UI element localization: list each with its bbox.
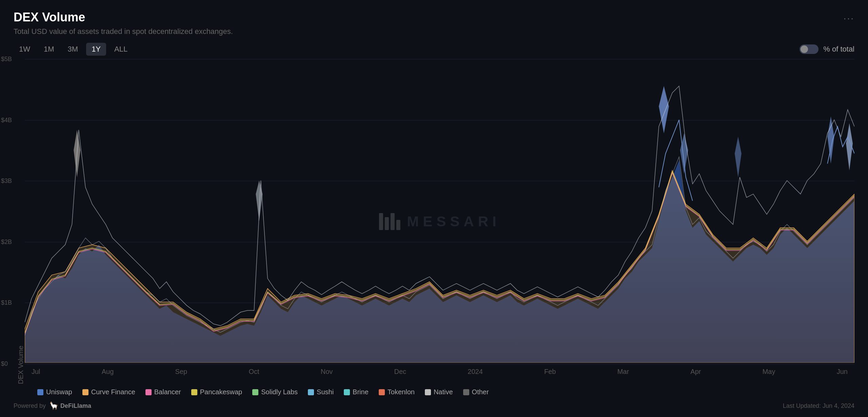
toggle-label: % of total — [823, 45, 854, 54]
y-axis-label: DEX Volume — [14, 59, 25, 384]
legend-item-uniswap: Uniswap — [37, 388, 72, 396]
legend-item-brine: Brine — [344, 388, 369, 396]
legend-color-curve — [82, 389, 88, 395]
x-label-apr: Apr — [690, 368, 701, 376]
x-label-feb: Feb — [544, 368, 556, 376]
legend-color-uniswap — [37, 389, 43, 395]
filter-all[interactable]: ALL — [109, 43, 133, 56]
percent-toggle[interactable] — [800, 44, 818, 54]
legend-item-native: Native — [425, 388, 453, 396]
chart-legend: Uniswap Curve Finance Balancer Pancakesw… — [14, 384, 854, 399]
footer: Powered by 🦙 DeFiLlama Last Updated: Jun… — [14, 399, 854, 410]
legend-label-sushi: Sushi — [317, 388, 334, 396]
legend-color-brine — [344, 389, 350, 395]
x-axis: Jul Aug Sep Oct Nov Dec 2024 Feb Mar Apr… — [25, 368, 854, 376]
defillama-name: DeFiLlama — [60, 402, 91, 410]
grid-label-0: $0 — [1, 360, 8, 367]
filter-1y[interactable]: 1Y — [86, 43, 106, 56]
legend-item-balancer: Balancer — [145, 388, 181, 396]
legend-color-solidly — [252, 389, 258, 395]
x-label-2024: 2024 — [468, 368, 483, 376]
filter-1m[interactable]: 1M — [38, 43, 60, 56]
filter-3m[interactable]: 3M — [62, 43, 84, 56]
legend-item-sushi: Sushi — [308, 388, 334, 396]
legend-color-sushi — [308, 389, 314, 395]
legend-item-solidly: Solidly Labs — [252, 388, 298, 396]
legend-color-tokenlon — [379, 389, 385, 395]
legend-label-brine: Brine — [353, 388, 369, 396]
last-updated: Last Updated: Jun 4, 2024 — [783, 402, 854, 410]
powered-by-area: Powered by 🦙 DeFiLlama — [14, 401, 91, 410]
filter-1w[interactable]: 1W — [14, 43, 36, 56]
grid-label-1b: $1B — [1, 299, 12, 306]
legend-label-tokenlon: Tokenlon — [388, 388, 415, 396]
spike-apr — [735, 137, 742, 177]
x-label-oct: Oct — [249, 368, 259, 376]
grid-line-0: $0 — [25, 364, 854, 364]
x-label-sep: Sep — [175, 368, 188, 376]
x-label-jul: Jul — [32, 368, 40, 376]
defillama-logo[interactable]: 🦙 DeFiLlama — [49, 401, 91, 410]
controls-bar: 1W 1M 3M 1Y ALL % of total — [14, 43, 854, 56]
toggle-area: % of total — [800, 44, 854, 54]
legend-color-balancer — [145, 389, 152, 395]
header: DEX Volume ··· — [14, 10, 854, 24]
legend-color-native — [425, 389, 431, 395]
x-label-dec: Dec — [394, 368, 406, 376]
powered-by-label: Powered by — [14, 402, 46, 410]
x-label-mar: Mar — [617, 368, 629, 376]
x-label-aug: Aug — [102, 368, 114, 376]
x-label-nov: Nov — [321, 368, 333, 376]
spike-mar1 — [659, 86, 669, 133]
legend-item-curve: Curve Finance — [82, 388, 135, 396]
toggle-knob — [801, 45, 808, 53]
legend-label-native: Native — [434, 388, 453, 396]
title-area: DEX Volume — [14, 10, 85, 24]
subtitle: Total USD value of assets traded in spot… — [14, 27, 854, 36]
legend-color-pancakeswap — [191, 389, 197, 395]
legend-label-solidly: Solidly Labs — [261, 388, 298, 396]
legend-label-curve: Curve Finance — [91, 388, 135, 396]
x-label-may: May — [763, 368, 775, 376]
legend-color-other — [463, 389, 469, 395]
x-label-jun: Jun — [837, 368, 848, 376]
legend-label-uniswap: Uniswap — [46, 388, 72, 396]
chart-svg — [25, 59, 854, 363]
grid-label-5b: $5B — [1, 56, 12, 63]
grid-label-2b: $2B — [1, 238, 12, 245]
spike-may — [827, 116, 834, 164]
legend-item-other: Other — [463, 388, 489, 396]
legend-label-other: Other — [472, 388, 489, 396]
grid-label-4b: $4B — [1, 116, 12, 124]
grid-label-3b: $3B — [1, 177, 12, 185]
curve-area — [25, 170, 854, 363]
chart-area: DEX Volume $5B $4B $3B $2B $1B — [14, 59, 854, 384]
time-filter-group: 1W 1M 3M 1Y ALL — [14, 43, 133, 56]
llama-icon: 🦙 — [49, 401, 58, 410]
legend-item-pancakeswap: Pancakeswap — [191, 388, 242, 396]
page-title: DEX Volume — [14, 10, 85, 24]
chart-inner: $5B $4B $3B $2B $1B $0 — [25, 59, 854, 384]
more-button[interactable]: ··· — [844, 13, 854, 24]
legend-label-pancakeswap: Pancakeswap — [200, 388, 242, 396]
main-container: DEX Volume ··· Total USD value of assets… — [0, 0, 868, 417]
legend-label-balancer: Balancer — [154, 388, 181, 396]
legend-item-tokenlon: Tokenlon — [379, 388, 415, 396]
